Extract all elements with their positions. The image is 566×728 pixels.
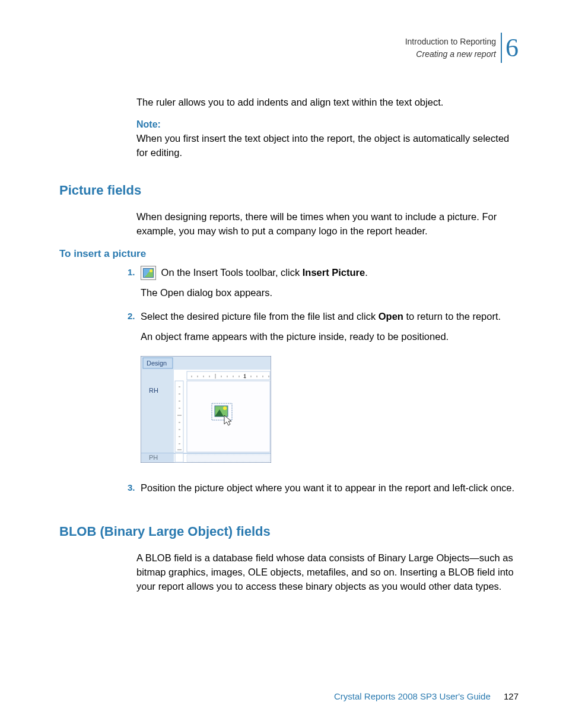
svg-rect-30 bbox=[187, 381, 270, 452]
intro-content: The ruler allows you to add indents and … bbox=[136, 96, 519, 160]
step3-text: Position the picture object where you wa… bbox=[141, 482, 514, 493]
picture-fields-intro: When designing reports, there will be ti… bbox=[136, 210, 519, 239]
step1-followup: The Open dialog box appears. bbox=[141, 286, 519, 300]
blob-fields-heading: BLOB (Binary Large Object) fields bbox=[59, 524, 519, 539]
rh-section-label: RH bbox=[149, 387, 158, 394]
footer-title: Crystal Reports 2008 SP3 User's Guide bbox=[334, 691, 491, 701]
step-row: 3. Position the picture object where you… bbox=[128, 481, 519, 501]
step-body: Position the picture object where you wa… bbox=[141, 481, 519, 501]
step-number: 2. bbox=[128, 310, 141, 321]
step-body: Select the desired picture file from the… bbox=[141, 310, 519, 473]
svg-rect-3 bbox=[187, 371, 270, 380]
step1-text-after: . bbox=[365, 267, 368, 278]
note-label: Note: bbox=[136, 119, 519, 130]
note-text: When you first insert the text object in… bbox=[136, 132, 519, 160]
chapter-number: 6 bbox=[501, 33, 519, 63]
step2-followup: An object frame appears with the picture… bbox=[141, 330, 519, 344]
to-insert-picture-heading: To insert a picture bbox=[59, 248, 519, 260]
ph-section-label: PH bbox=[149, 454, 158, 461]
document-page: Introduction to Reporting Creating a new… bbox=[0, 0, 566, 728]
step-row: 2. Select the desired picture file from … bbox=[128, 310, 519, 473]
ruler-info-text: The ruler allows you to add indents and … bbox=[136, 96, 519, 110]
blob-fields-intro: A BLOB field is a database field whose d… bbox=[136, 551, 519, 594]
svg-rect-38 bbox=[175, 453, 183, 462]
step-body: On the Insert Tools toolbar, click Inser… bbox=[141, 266, 519, 307]
blob-fields-content: A BLOB field is a database field whose d… bbox=[136, 551, 519, 594]
page-footer: Crystal Reports 2008 SP3 User's Guide 12… bbox=[334, 691, 519, 701]
ruler-mark-1: 1 bbox=[243, 373, 246, 379]
svg-rect-39 bbox=[187, 454, 270, 462]
footer-page-number: 127 bbox=[504, 691, 519, 701]
header-subtopic: Creating a new report bbox=[405, 48, 496, 61]
insert-picture-icon bbox=[141, 266, 156, 280]
step1-bold: Insert Picture bbox=[303, 267, 365, 278]
header-topic: Introduction to Reporting bbox=[405, 36, 496, 48]
step-number: 3. bbox=[128, 481, 141, 492]
step2-text-after: to return to the report. bbox=[403, 311, 501, 322]
step-row: 1. On the Insert Tools toolbar, click In… bbox=[128, 266, 519, 307]
step-number: 1. bbox=[128, 266, 141, 277]
step1-text-before: On the Insert Tools toolbar, click bbox=[158, 267, 303, 278]
step2-bold: Open bbox=[379, 311, 403, 322]
page-header: Introduction to Reporting Creating a new… bbox=[59, 33, 519, 63]
design-tab-label: Design bbox=[147, 360, 167, 367]
svg-rect-19 bbox=[175, 381, 183, 452]
header-text-block: Introduction to Reporting Creating a new… bbox=[405, 36, 496, 61]
step2-text-before: Select the desired picture file from the… bbox=[141, 311, 379, 322]
picture-fields-heading: Picture fields bbox=[59, 183, 519, 198]
svg-rect-18 bbox=[141, 370, 174, 462]
picture-fields-content: When designing reports, there will be ti… bbox=[136, 210, 519, 239]
design-tab-screenshot: Design bbox=[141, 356, 271, 463]
svg-point-34 bbox=[223, 406, 227, 410]
